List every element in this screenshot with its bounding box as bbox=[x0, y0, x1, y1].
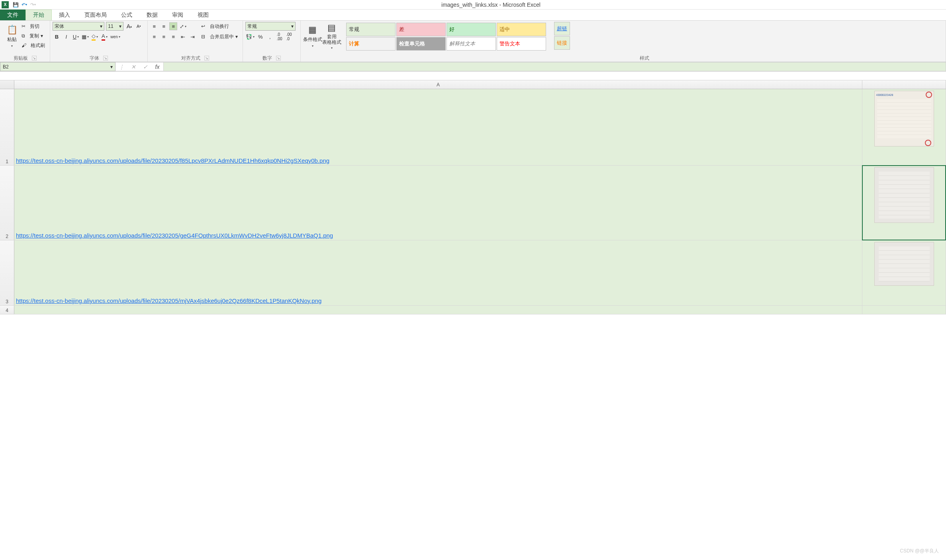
accounting-format-button[interactable]: 💱▾ bbox=[245, 33, 255, 41]
merge-center-button[interactable]: ⊟ 合并后居中▾ bbox=[201, 32, 237, 41]
align-left-button[interactable]: ≡ bbox=[150, 33, 158, 41]
table-row: 1 https://test.oss-cn-beijing.aliyuncs.c… bbox=[0, 89, 946, 166]
row-header[interactable]: 1 bbox=[0, 89, 14, 165]
italic-button[interactable]: I bbox=[62, 33, 70, 41]
chevron-down-icon: ▾ bbox=[253, 35, 255, 39]
align-center-button[interactable]: ≡ bbox=[160, 33, 168, 41]
dialog-launcher-icon[interactable]: ↘ bbox=[32, 56, 37, 60]
style-check[interactable]: 检查单元格 bbox=[396, 37, 446, 51]
percent-format-button[interactable]: % bbox=[257, 33, 264, 41]
image-thumbnail[interactable] bbox=[874, 242, 934, 286]
wrap-text-button[interactable]: ↩ 自动换行 bbox=[201, 22, 237, 31]
indent-increase-button[interactable]: ⇥ bbox=[188, 33, 196, 41]
font-color-button[interactable]: A▾ bbox=[100, 33, 108, 41]
row-header[interactable]: 4 bbox=[0, 306, 14, 314]
group-clipboard-label: 剪贴板 bbox=[14, 55, 28, 62]
increase-decimal-button[interactable]: .0.00 bbox=[276, 33, 284, 41]
name-box[interactable]: B2▾ bbox=[0, 62, 116, 71]
tab-review[interactable]: 审阅 bbox=[165, 10, 190, 20]
style-link[interactable]: 链接 bbox=[554, 36, 570, 50]
format-painter-button[interactable]: 🖌 格式刷 bbox=[22, 41, 45, 50]
chevron-down-icon: ▾ bbox=[291, 23, 294, 29]
style-warn[interactable]: 警告文本 bbox=[497, 37, 546, 51]
tab-page-layout[interactable]: 页面布局 bbox=[77, 10, 114, 20]
tab-view[interactable]: 视图 bbox=[190, 10, 216, 20]
cell-b1[interactable]: 43000223428 bbox=[862, 89, 946, 165]
cell-a1[interactable]: https://test.oss-cn-beijing.aliyuncs.com… bbox=[14, 89, 862, 165]
dialog-launcher-icon[interactable]: ↘ bbox=[276, 56, 281, 60]
row-header[interactable]: 3 bbox=[0, 240, 14, 305]
style-neutral[interactable]: 适中 bbox=[497, 23, 546, 36]
tab-formulas[interactable]: 公式 bbox=[114, 10, 139, 20]
column-header-a[interactable]: A bbox=[14, 80, 862, 89]
tab-insert[interactable]: 插入 bbox=[52, 10, 77, 20]
redo-icon[interactable]: ↷▾ bbox=[29, 1, 37, 9]
image-thumbnail[interactable] bbox=[874, 167, 934, 223]
paste-icon: 📋 bbox=[7, 25, 18, 35]
style-explain[interactable]: 解释性文本 bbox=[447, 37, 496, 51]
cond-format-label: 条件格式 bbox=[303, 36, 322, 43]
grow-font-button[interactable]: A▴ bbox=[125, 22, 133, 30]
font-size-combo[interactable]: 11▾ bbox=[106, 22, 123, 31]
merge-icon: ⊟ bbox=[201, 34, 205, 39]
style-bad[interactable]: 差 bbox=[396, 23, 446, 36]
align-bottom-button[interactable]: ≡ bbox=[169, 22, 177, 30]
tab-data[interactable]: 数据 bbox=[139, 10, 165, 20]
fx-icon[interactable]: fx bbox=[151, 64, 163, 70]
cancel-formula-icon[interactable]: ✕ bbox=[127, 64, 139, 70]
cell-a3[interactable]: https://test.oss-cn-beijing.aliyuncs.com… bbox=[14, 240, 862, 305]
bold-button[interactable]: B bbox=[53, 33, 61, 41]
column-header-b[interactable] bbox=[862, 80, 946, 89]
style-calc[interactable]: 计算 bbox=[346, 37, 396, 51]
align-right-button[interactable]: ≡ bbox=[169, 33, 177, 41]
align-top-button[interactable]: ≡ bbox=[150, 22, 158, 30]
paste-button[interactable]: 📋 粘贴 ▾ bbox=[2, 22, 22, 51]
more-icon[interactable]: ⋮ bbox=[116, 64, 127, 70]
cell-b3[interactable] bbox=[862, 240, 946, 305]
orientation-button[interactable]: ⤢▾ bbox=[179, 22, 187, 30]
select-all-corner[interactable] bbox=[0, 80, 14, 89]
style-good[interactable]: 好 bbox=[447, 23, 496, 36]
decrease-decimal-button[interactable]: .00.0 bbox=[285, 33, 293, 41]
cell-b4[interactable] bbox=[862, 306, 946, 314]
font-name-combo[interactable]: 宋体▾ bbox=[53, 22, 104, 31]
conditional-format-button[interactable]: ▦ 条件格式 ▾ bbox=[303, 22, 322, 51]
border-button[interactable]: ▦▾ bbox=[81, 33, 89, 41]
cell-b2[interactable] bbox=[862, 166, 946, 240]
table-row: 2 https://test.oss-cn-beijing.aliyuncs.c… bbox=[0, 166, 946, 240]
shrink-font-button[interactable]: A▾ bbox=[135, 22, 143, 30]
dialog-launcher-icon[interactable]: ↘ bbox=[204, 56, 209, 60]
fill-color-button[interactable]: ◇▾ bbox=[91, 33, 99, 41]
tab-home[interactable]: 开始 bbox=[25, 10, 52, 20]
number-format-combo[interactable]: 常规▾ bbox=[245, 22, 296, 31]
group-font-label: 字体 bbox=[90, 55, 99, 62]
comma-format-button[interactable]: , bbox=[266, 33, 274, 41]
table-format-button[interactable]: ▤ 套用 表格格式 ▾ bbox=[322, 22, 341, 51]
tab-file[interactable]: 文件 bbox=[0, 10, 25, 20]
copy-button[interactable]: ⧉ 复制▾ bbox=[22, 31, 45, 40]
hyperlink[interactable]: https://test.oss-cn-beijing.aliyuncs.com… bbox=[16, 232, 333, 239]
cell-a4[interactable] bbox=[14, 306, 862, 314]
spacer bbox=[0, 72, 946, 80]
ribbon-tabs: 文件 开始 插入 页面布局 公式 数据 审阅 视图 bbox=[0, 10, 946, 21]
dialog-launcher-icon[interactable]: ↘ bbox=[103, 56, 108, 60]
cell-a2[interactable]: https://test.oss-cn-beijing.aliyuncs.com… bbox=[14, 166, 862, 240]
undo-icon[interactable]: ↶▾ bbox=[20, 1, 28, 9]
group-number: 常规▾ 💱▾ % , .0.00 .00.0 数字↘ bbox=[243, 21, 301, 62]
phonetic-button[interactable]: wen▾ bbox=[110, 33, 120, 41]
formula-input[interactable] bbox=[164, 62, 946, 71]
indent-decrease-button[interactable]: ⇤ bbox=[179, 33, 187, 41]
row-header[interactable]: 2 bbox=[0, 166, 14, 240]
cond-format-icon: ▦ bbox=[308, 25, 317, 35]
image-thumbnail[interactable]: 43000223428 bbox=[874, 91, 934, 146]
chevron-down-icon: ▾ bbox=[235, 34, 238, 39]
accept-formula-icon[interactable]: ✓ bbox=[139, 64, 151, 70]
style-hyperlink[interactable]: 超链 bbox=[554, 22, 570, 35]
save-icon[interactable]: 💾 bbox=[12, 1, 20, 9]
align-middle-button[interactable]: ≡ bbox=[160, 22, 168, 30]
underline-button[interactable]: U▾ bbox=[72, 33, 80, 41]
hyperlink[interactable]: https://test.oss-cn-beijing.aliyuncs.com… bbox=[16, 297, 321, 304]
cut-button[interactable]: ✂ 剪切 bbox=[22, 22, 45, 31]
style-normal[interactable]: 常规 bbox=[346, 23, 396, 36]
hyperlink[interactable]: https://test.oss-cn-beijing.aliyuncs.com… bbox=[16, 157, 329, 164]
